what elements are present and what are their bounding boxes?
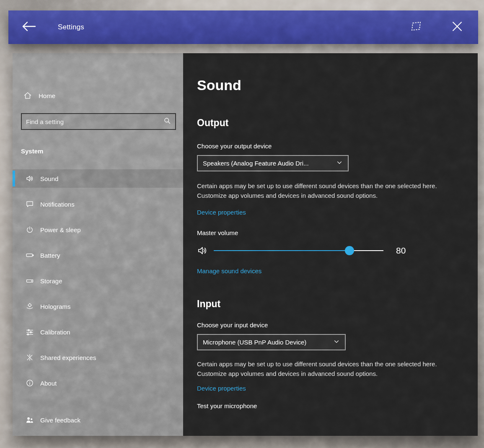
sidebar-item-calibration[interactable]: Calibration (13, 323, 183, 341)
titlebar: Settings (8, 10, 478, 44)
content-pane: Sound Output Choose your output device S… (183, 53, 478, 436)
close-icon (452, 21, 463, 34)
sidebar-section-label: System (21, 148, 183, 156)
input-section-heading: Input (197, 297, 478, 311)
sidebar-item-battery[interactable]: Battery (13, 246, 183, 264)
page-title: Sound (197, 75, 478, 95)
storage-icon (25, 276, 34, 285)
sidebar-item-sound[interactable]: Sound (13, 169, 183, 188)
output-device-properties-link[interactable]: Device properties (197, 208, 246, 217)
sidebar-item-label: Storage (40, 277, 62, 285)
output-device-label: Choose your output device (197, 142, 478, 150)
follow-window-icon (410, 21, 422, 34)
sidebar-item-label: Shared experiences (40, 354, 96, 361)
shared-experiences-icon (25, 353, 34, 362)
sidebar-item-label: Home (39, 92, 55, 99)
home-icon (23, 91, 32, 100)
feedback-icon (25, 415, 34, 425)
sidebar-item-label: Holograms (40, 303, 71, 310)
search-input[interactable] (26, 118, 163, 125)
sidebar-item-storage[interactable]: Storage (13, 272, 183, 290)
back-arrow-icon (21, 21, 37, 34)
output-section-heading: Output (197, 116, 478, 129)
volume-slider-fill (214, 250, 349, 251)
window-title: Settings (58, 23, 84, 31)
output-device-dropdown[interactable]: Speakers (Analog Feature Audio Dri... (197, 155, 349, 171)
sidebar-item-notifications[interactable]: Notifications (13, 195, 183, 213)
power-icon (25, 225, 34, 234)
follow-window-button[interactable] (408, 21, 424, 34)
master-volume-row: 80 (197, 243, 478, 258)
input-description: Certain apps may be set up to use differ… (197, 359, 439, 378)
output-device-value: Speakers (Analog Feature Audio Dri... (203, 160, 336, 167)
volume-slider[interactable] (214, 246, 383, 255)
sidebar-item-label: About (40, 380, 57, 387)
selected-indicator (13, 171, 15, 186)
search-box (21, 113, 176, 130)
holograms-icon (25, 302, 34, 311)
input-device-value: Microphone (USB PnP Audio Device) (203, 339, 333, 346)
volume-speaker-icon (197, 245, 208, 256)
sidebar-item-label: Power & sleep (40, 226, 81, 233)
sidebar: Home System Sound (13, 53, 183, 436)
sidebar-item-label: Sound (40, 175, 58, 182)
close-button[interactable] (449, 20, 466, 35)
volume-slider-thumb[interactable] (345, 246, 354, 255)
sidebar-item-label: Battery (40, 252, 60, 259)
sidebar-nav: Sound Notifications Power & sleep (13, 169, 183, 392)
sidebar-item-power-sleep[interactable]: Power & sleep (13, 220, 183, 239)
calibration-icon (25, 327, 34, 337)
input-device-dropdown[interactable]: Microphone (USB PnP Audio Device) (197, 334, 346, 350)
input-device-properties-link[interactable]: Device properties (197, 384, 246, 393)
speaker-icon (25, 174, 34, 183)
manage-sound-devices-link[interactable]: Manage sound devices (197, 267, 261, 275)
test-microphone-label: Test your microphone (197, 402, 257, 410)
sidebar-item-home[interactable]: Home (13, 87, 183, 104)
sidebar-item-label: Give feedback (40, 417, 80, 424)
sidebar-item-label: Notifications (40, 201, 75, 208)
sidebar-item-holograms[interactable]: Holograms (13, 297, 183, 316)
back-button[interactable] (21, 20, 40, 35)
master-volume-label: Master volume (197, 229, 478, 237)
input-device-label: Choose your input device (197, 321, 478, 329)
sidebar-item-shared-experiences[interactable]: Shared experiences (13, 348, 183, 367)
about-icon (25, 378, 34, 388)
chevron-down-icon (333, 338, 340, 347)
battery-icon (25, 251, 34, 260)
settings-window: Home System Sound (13, 53, 478, 436)
search-icon[interactable] (163, 117, 171, 126)
sidebar-item-give-feedback[interactable]: Give feedback (25, 412, 80, 427)
volume-value: 80 (396, 246, 406, 256)
output-description: Certain apps may be set up to use differ… (197, 181, 439, 200)
wall-background: Settings Hom (0, 0, 484, 448)
chevron-down-icon (336, 159, 343, 168)
notifications-icon (25, 199, 34, 209)
sidebar-item-label: Calibration (40, 329, 70, 336)
sidebar-item-about[interactable]: About (13, 374, 183, 392)
